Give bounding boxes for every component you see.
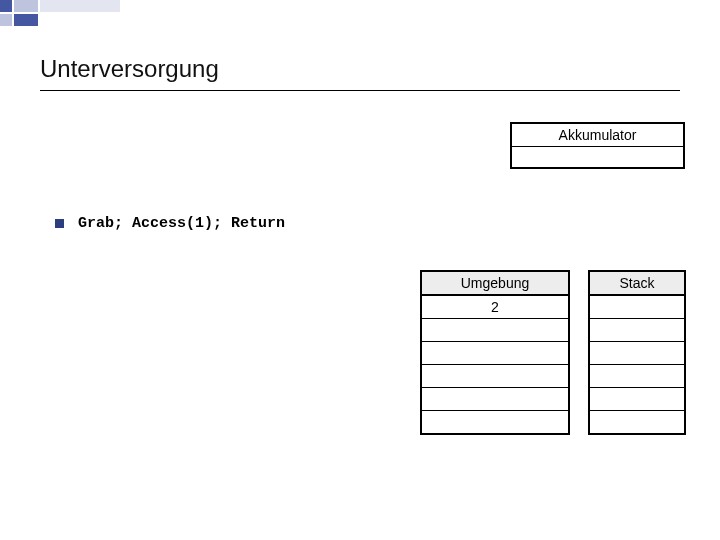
- stack-cell: [590, 319, 684, 342]
- stack-cell: [590, 296, 684, 319]
- code-line: Grab; Access(1); Return: [78, 215, 285, 232]
- stack-cell: [590, 342, 684, 365]
- corner-decoration: [0, 0, 140, 30]
- accumulator-value: [512, 147, 683, 167]
- title-rule: [40, 90, 680, 91]
- environment-cell: [422, 411, 568, 433]
- environment-cell: [422, 319, 568, 342]
- environment-cell: 2: [422, 296, 568, 319]
- code-bullet-row: Grab; Access(1); Return: [55, 215, 285, 232]
- stack-cell: [590, 388, 684, 411]
- tables-area: Umgebung 2 Stack: [420, 270, 686, 435]
- environment-cell: [422, 365, 568, 388]
- stack-cell: [590, 411, 684, 433]
- stack-header: Stack: [590, 272, 684, 296]
- page-title: Unterversorgung: [40, 55, 219, 83]
- stack-table: Stack: [588, 270, 686, 435]
- environment-cell: [422, 388, 568, 411]
- environment-table: Umgebung 2: [420, 270, 570, 435]
- environment-header: Umgebung: [422, 272, 568, 296]
- bullet-icon: [55, 219, 64, 228]
- stack-cell: [590, 365, 684, 388]
- accumulator-box: Akkumulator: [510, 122, 685, 169]
- environment-cell: [422, 342, 568, 365]
- accumulator-label: Akkumulator: [512, 124, 683, 147]
